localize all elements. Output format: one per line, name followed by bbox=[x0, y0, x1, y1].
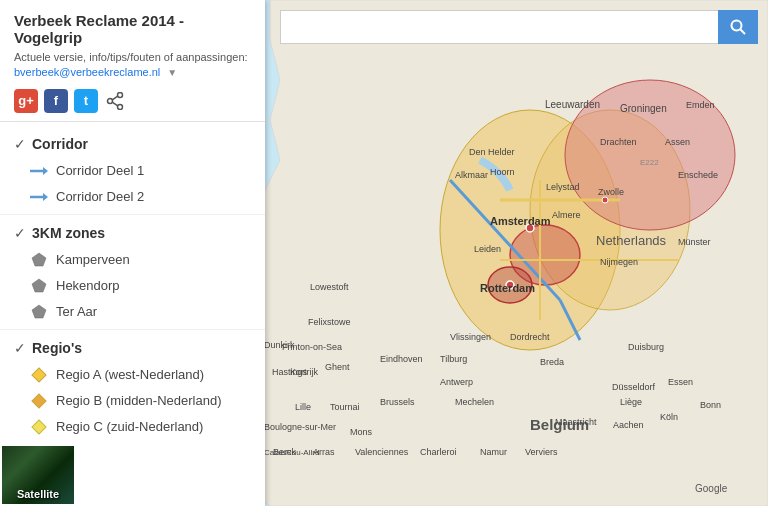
svg-text:Mechelen: Mechelen bbox=[455, 397, 494, 407]
kamperveen-icon bbox=[30, 251, 48, 269]
regio-c-diamond-icon bbox=[31, 419, 47, 435]
svg-text:Frinton-on-Sea: Frinton-on-Sea bbox=[282, 342, 342, 352]
corridor-section-header[interactable]: ✓ Corridor bbox=[0, 130, 265, 158]
corridor-title: Corridor bbox=[32, 136, 88, 152]
zones-title: 3KM zones bbox=[32, 225, 105, 241]
search-icon bbox=[730, 19, 746, 35]
share-button[interactable] bbox=[104, 90, 126, 112]
twitter-icon-label: t bbox=[84, 93, 88, 108]
svg-point-80 bbox=[118, 92, 123, 97]
svg-text:Enschede: Enschede bbox=[678, 170, 718, 180]
hekendorp-item[interactable]: Hekendorp bbox=[0, 273, 265, 299]
svg-text:Liège: Liège bbox=[620, 397, 642, 407]
ter-aar-item[interactable]: Ter Aar bbox=[0, 299, 265, 325]
regio-b-diamond-icon bbox=[31, 393, 47, 409]
svg-text:Leiden: Leiden bbox=[474, 244, 501, 254]
svg-text:Dordrecht: Dordrecht bbox=[510, 332, 550, 342]
corridor-check[interactable]: ✓ bbox=[14, 136, 26, 152]
hekendorp-label: Hekendorp bbox=[56, 278, 120, 293]
sidebar-email-link[interactable]: bverbeek@verbeekreclame.nl bbox=[14, 66, 160, 78]
svg-text:Duisburg: Duisburg bbox=[628, 342, 664, 352]
satellite-thumbnail[interactable]: Satellite bbox=[0, 444, 76, 506]
regio-b-icon bbox=[30, 392, 48, 410]
separator-2 bbox=[0, 329, 265, 330]
sidebar-subtitle-text: Actuele versie, info/tips/fouten of aanp… bbox=[14, 51, 248, 63]
svg-text:Emden: Emden bbox=[686, 100, 715, 110]
corridor-deel2-label: Corridor Deel 2 bbox=[56, 189, 144, 204]
zone-pentagon-icon-2 bbox=[31, 278, 47, 294]
google-plus-icon-label: g+ bbox=[18, 93, 34, 108]
svg-text:Amsterdam: Amsterdam bbox=[490, 215, 551, 227]
svg-rect-94 bbox=[32, 420, 46, 434]
regio-c-label: Regio C (zuid-Nederland) bbox=[56, 419, 203, 434]
svg-rect-92 bbox=[32, 368, 46, 382]
search-button[interactable] bbox=[718, 10, 758, 44]
search-input[interactable] bbox=[280, 10, 718, 44]
svg-text:Lelystad: Lelystad bbox=[546, 182, 580, 192]
sidebar-panel: Verbeek Reclame 2014 - Vogelgrip Actuele… bbox=[0, 0, 265, 506]
regios-section-header[interactable]: ✓ Regio's bbox=[0, 334, 265, 362]
svg-line-84 bbox=[112, 102, 117, 106]
svg-marker-86 bbox=[43, 167, 48, 175]
facebook-button[interactable]: f bbox=[44, 89, 68, 113]
google-plus-button[interactable]: g+ bbox=[14, 89, 38, 113]
svg-text:Den Helder: Den Helder bbox=[469, 147, 515, 157]
sidebar-actions: g+ f t bbox=[14, 89, 251, 113]
sidebar-subtitle: Actuele versie, info/tips/fouten of aanp… bbox=[14, 50, 251, 81]
regio-b-item[interactable]: Regio B (midden-Nederland) bbox=[0, 388, 265, 414]
ter-aar-label: Ter Aar bbox=[56, 304, 97, 319]
regio-a-icon bbox=[30, 366, 48, 384]
svg-text:Tournai: Tournai bbox=[330, 402, 360, 412]
regio-a-diamond-icon bbox=[31, 367, 47, 383]
svg-text:Netherlands: Netherlands bbox=[596, 233, 667, 248]
zones-check[interactable]: ✓ bbox=[14, 225, 26, 241]
svg-text:Boulogne-sur-Mer: Boulogne-sur-Mer bbox=[264, 422, 336, 432]
svg-rect-93 bbox=[32, 394, 46, 408]
svg-marker-88 bbox=[43, 193, 48, 201]
svg-text:Eindhoven: Eindhoven bbox=[380, 354, 423, 364]
svg-point-78 bbox=[732, 21, 742, 31]
corridor-deel2-icon bbox=[30, 188, 48, 206]
corridor-deel2-item[interactable]: Corridor Deel 2 bbox=[0, 184, 265, 210]
kamperveen-label: Kamperveen bbox=[56, 252, 130, 267]
corridor-deel1-icon bbox=[30, 162, 48, 180]
zones-section-header[interactable]: ✓ 3KM zones bbox=[0, 219, 265, 247]
svg-text:Alkmaar: Alkmaar bbox=[455, 170, 488, 180]
satellite-label: Satellite bbox=[17, 488, 59, 500]
facebook-icon-label: f bbox=[54, 93, 58, 108]
svg-text:Verviers: Verviers bbox=[525, 447, 558, 457]
svg-text:Assen: Assen bbox=[665, 137, 690, 147]
svg-text:Tilburg: Tilburg bbox=[440, 354, 467, 364]
svg-text:Antwerp: Antwerp bbox=[440, 377, 473, 387]
svg-text:E222: E222 bbox=[640, 158, 659, 167]
zone-pentagon-icon-3 bbox=[31, 304, 47, 320]
regio-c-icon bbox=[30, 418, 48, 436]
dropdown-arrow[interactable]: ▼ bbox=[167, 67, 177, 78]
svg-text:Zwolle: Zwolle bbox=[598, 187, 624, 197]
svg-text:Brussels: Brussels bbox=[380, 397, 415, 407]
svg-text:Münster: Münster bbox=[678, 237, 711, 247]
svg-text:Lille: Lille bbox=[295, 402, 311, 412]
hekendorp-icon bbox=[30, 277, 48, 295]
regio-a-item[interactable]: Regio A (west-Nederland) bbox=[0, 362, 265, 388]
svg-marker-91 bbox=[32, 305, 46, 318]
svg-text:Valenciennes: Valenciennes bbox=[355, 447, 409, 457]
svg-text:Aachen: Aachen bbox=[613, 420, 644, 430]
ter-aar-icon bbox=[30, 303, 48, 321]
regio-b-label: Regio B (midden-Nederland) bbox=[56, 393, 221, 408]
regios-title: Regio's bbox=[32, 340, 82, 356]
corridor-line-icon-2 bbox=[30, 191, 48, 203]
svg-point-16 bbox=[602, 197, 608, 203]
svg-line-83 bbox=[112, 96, 117, 100]
svg-text:Google: Google bbox=[695, 483, 728, 494]
kamperveen-item[interactable]: Kamperveen bbox=[0, 247, 265, 273]
svg-text:Düsseldorf: Düsseldorf bbox=[612, 382, 656, 392]
sidebar-title: Verbeek Reclame 2014 - Vogelgrip bbox=[14, 12, 251, 46]
corridor-deel1-item[interactable]: Corridor Deel 1 bbox=[0, 158, 265, 184]
zone-pentagon-icon bbox=[31, 252, 47, 268]
corridor-line-icon bbox=[30, 165, 48, 177]
regios-check[interactable]: ✓ bbox=[14, 340, 26, 356]
svg-marker-90 bbox=[32, 279, 46, 292]
regio-c-item[interactable]: Regio C (zuid-Nederland) bbox=[0, 414, 265, 440]
twitter-button[interactable]: t bbox=[74, 89, 98, 113]
